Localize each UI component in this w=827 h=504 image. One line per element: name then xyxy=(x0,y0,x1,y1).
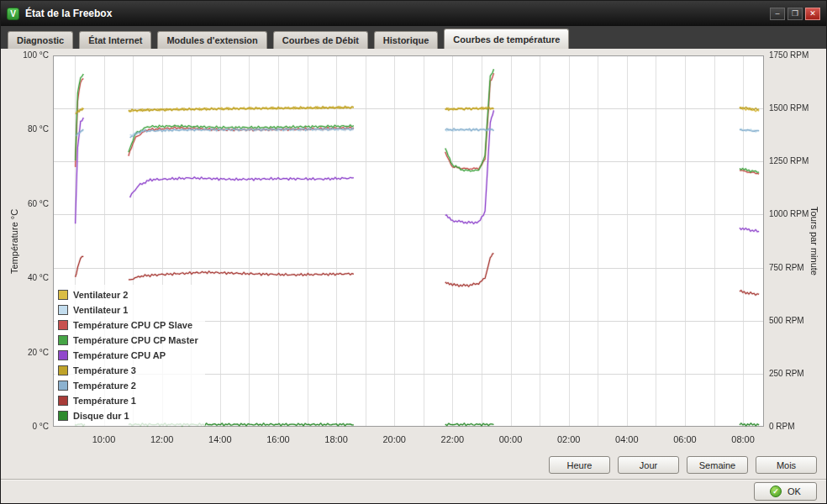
tab-etat-internet[interactable]: État Internet xyxy=(79,31,151,49)
ok-button-label: OK xyxy=(787,486,801,496)
legend-label: Ventilateur 1 xyxy=(73,305,128,315)
legend-swatch xyxy=(58,381,68,391)
legend-label: Température 1 xyxy=(73,396,136,406)
legend-item-temperature-cpu-cp-master: Température CPU CP Master xyxy=(58,333,198,348)
legend-swatch xyxy=(58,320,68,330)
tab-courbes-de-temperature[interactable]: Courbes de température xyxy=(444,29,569,49)
legend-swatch xyxy=(58,396,68,406)
y-right-tick-label: 1500 RPM xyxy=(769,103,809,113)
legend-swatch xyxy=(58,350,68,360)
x-tick-label: 20:00 xyxy=(373,434,415,444)
right-axis-title: Tours par minute xyxy=(808,55,821,427)
window-title: État de la Freebox xyxy=(25,8,770,19)
range-button-row: HeureJourSemaineMois xyxy=(1,456,826,476)
x-tick-label: 22:00 xyxy=(431,434,473,444)
legend-item-temperature-cpu-ap: Température CPU AP xyxy=(58,348,198,363)
x-tick-label: 10:00 xyxy=(83,434,125,444)
y-right-tick-label: 750 RPM xyxy=(769,263,804,272)
legend-item-ventilateur-2: Ventilateur 2 xyxy=(58,287,198,302)
maximize-button[interactable]: ❐ xyxy=(787,8,803,20)
semaine-button[interactable]: Semaine xyxy=(687,456,748,474)
x-tick-label: 00:00 xyxy=(490,434,532,444)
legend-label: Température CPU CP Master xyxy=(73,335,198,345)
legend-label: Disque dur 1 xyxy=(73,411,129,421)
legend-item-disque-dur-1: Disque dur 1 xyxy=(58,408,198,423)
titlebar: V État de la Freebox ‒ ❐ ✕ xyxy=(1,1,826,26)
legend-label: Température CPU AP xyxy=(73,350,166,360)
legend-label: Température CPU CP Slave xyxy=(73,320,192,330)
x-tick-label: 18:00 xyxy=(315,434,357,444)
legend-swatch xyxy=(58,290,68,300)
legend-item-temperature-1: Température 1 xyxy=(58,393,198,408)
legend-item-ventilateur-1: Ventilateur 1 xyxy=(58,302,198,318)
y-right-tick-label: 1750 RPM xyxy=(769,50,809,60)
legend-item-temperature-3: Température 3 xyxy=(58,363,198,378)
ok-row: ✓ OK xyxy=(1,479,826,503)
x-tick-label: 08:00 xyxy=(722,434,764,444)
y-right-tick-label: 250 RPM xyxy=(769,369,804,378)
y-right-tick-label: 1250 RPM xyxy=(769,156,809,165)
legend-item-temperature-2: Température 2 xyxy=(58,378,198,393)
tab-courbes-de-debit[interactable]: Courbes de Débit xyxy=(273,31,368,49)
temperature-chart: 0 °C20 °C40 °C60 °C80 °C100 °C0 RPM250 R… xyxy=(1,49,827,450)
check-icon: ✓ xyxy=(770,486,782,497)
tab-modules-d-extension[interactable]: Modules d'extension xyxy=(157,31,266,49)
legend-swatch xyxy=(58,335,68,345)
left-axis-title: Température °C xyxy=(8,55,21,427)
x-tick-label: 12:00 xyxy=(141,434,183,444)
ok-button[interactable]: ✓ OK xyxy=(754,482,817,501)
jour-button[interactable]: Jour xyxy=(618,456,679,474)
y-right-tick-label: 500 RPM xyxy=(769,316,804,325)
x-tick-label: 02:00 xyxy=(548,434,590,444)
y-right-tick-label: 1000 RPM xyxy=(769,209,809,218)
tab-bar: DiagnosticÉtat InternetModules d'extensi… xyxy=(1,26,826,49)
y-right-tick-label: 0 RPM xyxy=(769,422,795,431)
dialog-content: 0 °C20 °C40 °C60 °C80 °C100 °C0 RPM250 R… xyxy=(1,49,826,503)
chart-legend: Ventilateur 2Ventilateur 1Température CP… xyxy=(55,285,205,426)
mois-button[interactable]: Mois xyxy=(756,456,817,474)
x-tick-label: 04:00 xyxy=(606,434,648,444)
window-controls: ‒ ❐ ✕ xyxy=(770,8,820,20)
x-tick-label: 06:00 xyxy=(664,434,706,444)
close-button[interactable]: ✕ xyxy=(805,8,820,20)
freebox-app-icon: V xyxy=(7,8,19,20)
tab-historique[interactable]: Historique xyxy=(374,31,438,49)
legend-item-temperature-cpu-cp-slave: Température CPU CP Slave xyxy=(58,318,198,333)
legend-swatch xyxy=(58,305,68,315)
minimize-button[interactable]: ‒ xyxy=(770,8,785,20)
x-tick-label: 14:00 xyxy=(199,434,241,444)
legend-label: Ventilateur 2 xyxy=(73,290,128,300)
legend-label: Température 3 xyxy=(73,365,136,375)
tab-diagnostic[interactable]: Diagnostic xyxy=(8,31,73,49)
legend-swatch xyxy=(58,365,68,375)
x-tick-label: 16:00 xyxy=(257,434,299,444)
legend-swatch xyxy=(58,411,68,421)
legend-label: Température 2 xyxy=(73,381,136,391)
freebox-status-window: V État de la Freebox ‒ ❐ ✕ DiagnosticÉta… xyxy=(0,0,827,504)
heure-button[interactable]: Heure xyxy=(549,456,610,474)
